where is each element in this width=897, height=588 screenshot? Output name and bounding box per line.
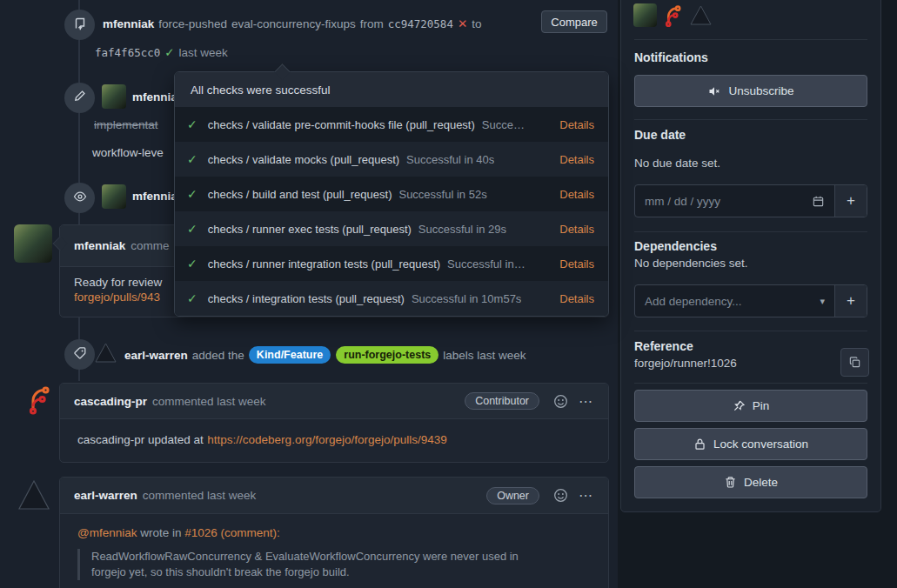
actor-link[interactable]: earl-warren: [124, 349, 188, 362]
due-date-input[interactable]: [645, 195, 807, 208]
check-name: checks / build and test (pull_request): [208, 188, 392, 201]
check-row: ✓checks / runner exec tests (pull_reques…: [175, 211, 608, 246]
issue-label[interactable]: run-forgejo-tests: [336, 346, 438, 364]
checks-list: ✓checks / validate pre-commit-hooks file…: [175, 107, 608, 316]
from-commit-link[interactable]: cc94720584: [388, 17, 453, 30]
comment-author-link[interactable]: mfenniak: [74, 239, 125, 252]
add-reaction-button[interactable]: [553, 394, 568, 409]
comment-menu-button[interactable]: ⋯: [579, 487, 594, 504]
participant-avatar[interactable]: [633, 3, 657, 27]
actor-link[interactable]: mfennia: [132, 90, 177, 104]
reference-value: forgejo/runner!1026: [634, 357, 737, 370]
dependency-group: Add dependency... ▾ +: [634, 284, 867, 317]
check-row: ✓checks / runner integration tests (pull…: [175, 246, 608, 281]
due-date-heading: Due date: [634, 128, 686, 142]
check-details-link[interactable]: Details: [559, 223, 594, 236]
due-date-empty-text: No due date set.: [634, 157, 720, 170]
comment-author-link[interactable]: earl-warren: [74, 489, 137, 502]
actor-link[interactable]: mfennia: [132, 190, 177, 203]
compare-button[interactable]: Compare: [541, 10, 607, 33]
check-status: Successful in 52s: [398, 188, 486, 201]
avatar-triangle[interactable]: [16, 477, 52, 517]
participant-avatar-triangle[interactable]: [689, 3, 713, 27]
divider: [634, 119, 867, 120]
avatar[interactable]: [14, 224, 52, 263]
lock-conversation-button[interactable]: Lock conversation: [634, 428, 867, 460]
issue-label[interactable]: Kind/Feature: [249, 346, 331, 364]
pin-button[interactable]: Pin: [634, 390, 867, 422]
divider: [634, 231, 867, 232]
comment-earl-warren: earl-warren commented last week Owner ⋯ …: [59, 477, 609, 588]
comment-meta: comme: [131, 239, 169, 252]
comment-menu-button[interactable]: ⋯: [579, 393, 594, 410]
check-details-link[interactable]: Details: [559, 292, 594, 305]
unsubscribe-label: Unsubscribe: [728, 84, 793, 97]
check-row: ✓checks / build and test (pull_request)S…: [175, 177, 608, 211]
avatar-forgejo-logo[interactable]: [23, 384, 55, 418]
commit-success-icon[interactable]: ✓: [164, 45, 174, 59]
dependencies-heading: Dependencies: [634, 239, 717, 253]
avatar[interactable]: [102, 84, 126, 109]
pull-link[interactable]: forgejo/pulls/943: [74, 291, 160, 304]
participants-row: [633, 3, 713, 27]
add-dependency-select[interactable]: Add dependency... ▾: [635, 285, 834, 317]
avatar[interactable]: [102, 184, 126, 209]
actor-link[interactable]: mfenniak: [103, 17, 154, 30]
branch-name[interactable]: eval-concurrency-fixups: [231, 17, 356, 30]
check-name: checks / integration tests (pull_request…: [208, 292, 405, 305]
quoted-comment: ReadWorkflowRawConcurrency & EvaluateWor…: [77, 549, 552, 580]
check-details-link[interactable]: Details: [559, 257, 594, 271]
add-dependency-button[interactable]: +: [834, 285, 867, 317]
copy-reference-button[interactable]: [840, 348, 869, 377]
comment-author-link[interactable]: cascading-pr: [74, 395, 147, 408]
eye-icon: [73, 190, 87, 207]
divider: [634, 331, 867, 331]
event-text: added the: [192, 349, 244, 362]
check-name: checks / validate pre-commit-hooks file …: [208, 118, 475, 131]
comment-text: cascading-pr updated at: [77, 433, 204, 446]
force-push-event-badge: [64, 10, 95, 40]
notifications-heading: Notifications: [634, 50, 708, 64]
check-details-link[interactable]: Details: [559, 153, 594, 166]
delete-button[interactable]: Delete: [634, 466, 867, 498]
mention-link[interactable]: @mfenniak: [77, 526, 137, 539]
check-status: Successful in 10m57s: [412, 292, 521, 305]
check-status: Successful in…: [447, 257, 525, 271]
commit-failed-icon: ✕: [458, 17, 467, 30]
add-due-date-button[interactable]: +: [834, 185, 867, 217]
issue-ref-link[interactable]: #1026 (comment):: [184, 526, 280, 539]
dependencies-empty-text: No dependencies set.: [634, 257, 748, 270]
review-event-badge: [64, 183, 95, 213]
mute-icon: [707, 84, 721, 98]
from-word: from: [360, 17, 384, 30]
issue-labels: Kind/Featurerun-forgejo-tests: [249, 346, 438, 364]
check-details-link[interactable]: Details: [559, 188, 594, 201]
participant-avatar-forgejo[interactable]: [661, 3, 685, 27]
role-badge: Owner: [486, 487, 539, 504]
check-name: checks / runner integration tests (pull_…: [208, 257, 440, 271]
reference-heading: Reference: [634, 339, 693, 353]
due-date-group: +: [634, 184, 867, 217]
check-name: checks / validate mocks (pull_request): [208, 153, 399, 166]
calendar-icon[interactable]: [812, 195, 825, 208]
copy-icon: [848, 356, 861, 369]
event-suffix: labels last week: [443, 349, 525, 362]
pin-icon: [733, 399, 746, 412]
comment-cascading-pr: cascading-pr commented last week Contrib…: [59, 383, 609, 463]
check-status: Successful in 40s: [406, 153, 494, 166]
unsubscribe-button[interactable]: Unsubscribe: [634, 75, 867, 107]
checks-summary: All checks were successful: [175, 72, 608, 107]
labels-event-badge: [64, 339, 95, 370]
old-title-text: implementat: [94, 118, 158, 131]
check-details-link[interactable]: Details: [559, 118, 594, 131]
add-reaction-button[interactable]: [553, 488, 568, 503]
divider: [634, 39, 867, 40]
checks-dropdown: All checks were successful ✓checks / val…: [174, 71, 609, 317]
trash-icon: [724, 476, 737, 489]
check-status: Successful in 29s: [418, 223, 506, 236]
avatar-triangle[interactable]: [94, 341, 117, 368]
codeberg-link[interactable]: https://codeberg.org/forgejo/forgejo/pul…: [207, 433, 446, 446]
check-row: ✓checks / integration tests (pull_reques…: [175, 281, 608, 316]
action-text: force-pushed: [158, 17, 227, 30]
to-commit-link[interactable]: faf4f65cc0: [95, 46, 160, 59]
